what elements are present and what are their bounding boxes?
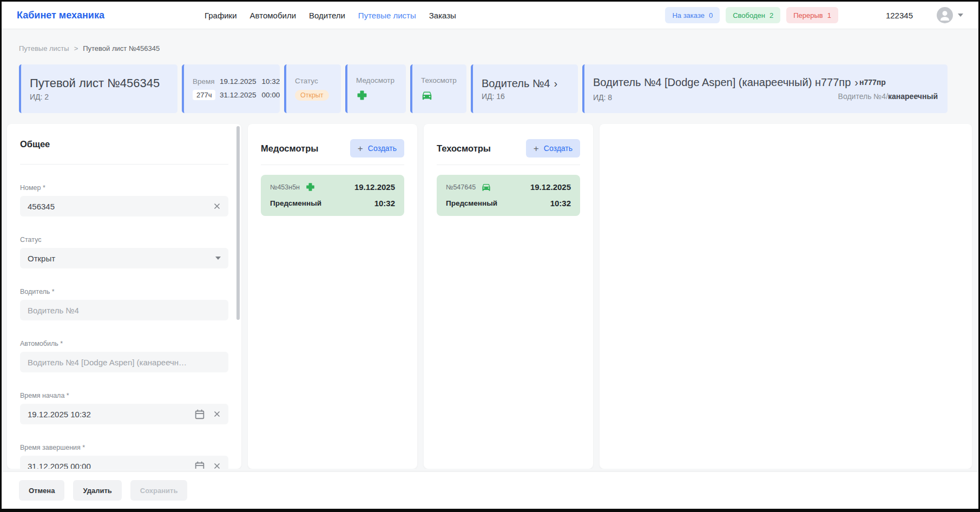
general-form-panel: Общее Номер * Статус Открыт xyxy=(7,124,241,469)
waybill-title: Путевой лист №456345 xyxy=(30,76,168,90)
status-field-group: Статус Открыт xyxy=(20,236,228,268)
nav-item-orders[interactable]: Заказы xyxy=(429,11,456,20)
status-badge-free[interactable]: Свободен 2 xyxy=(726,7,780,23)
divider xyxy=(20,164,228,165)
calendar-icon[interactable] xyxy=(194,408,206,420)
app-window: Кабинет механика Графики Автомобили Води… xyxy=(0,0,980,512)
form-title: Общее xyxy=(20,139,228,149)
status-label: Статус xyxy=(295,77,331,85)
create-tech-inspection-button[interactable]: + Создать xyxy=(526,139,580,157)
tech-inspections-panel: Техосмотры + Создать №547645 19.12.2025 … xyxy=(424,124,593,469)
car-icon xyxy=(421,89,433,101)
med-exam-card: Медосмотр xyxy=(345,64,406,113)
chevron-down-icon xyxy=(215,257,221,260)
form-scrollbar[interactable] xyxy=(236,126,240,320)
driver-input xyxy=(20,300,228,320)
badge-label: Свободен xyxy=(733,11,765,19)
badge-label: Перерыв xyxy=(793,11,823,19)
vehicle-card[interactable]: Водитель №4 [Dodge Aspen] (канареечный) … xyxy=(582,64,948,113)
start-time-label: Время начала * xyxy=(20,392,228,399)
medical-plus-icon xyxy=(356,89,368,101)
time-label: Время xyxy=(193,77,215,86)
cancel-button[interactable]: Отмена xyxy=(19,480,64,501)
waybill-card: Путевой лист №456345 ИД: 2 xyxy=(19,64,177,113)
status-badge-break[interactable]: Перерыв 1 xyxy=(786,7,838,23)
chevron-right-icon: › xyxy=(554,77,557,90)
nav-item-drivers[interactable]: Водители xyxy=(309,11,345,20)
driver-id: ИД: 16 xyxy=(482,92,568,101)
car-icon xyxy=(481,182,491,192)
number-label: Номер * xyxy=(20,184,228,192)
medical-plus-icon xyxy=(305,182,315,192)
driver-name: Водитель №4 xyxy=(482,77,550,90)
start-time-field-group: Время начала * xyxy=(20,392,228,424)
divider xyxy=(437,165,580,165)
number-field-group: Номер * xyxy=(20,184,228,216)
vehicle-field-group: Автомобиль * xyxy=(20,340,228,372)
tech-inspection-card[interactable]: №547645 19.12.2025 Предсменный 10:32 xyxy=(437,175,580,216)
action-bar: Отмена Удалить Сохранить xyxy=(2,472,978,509)
user-id: 122345 xyxy=(886,11,913,20)
breadcrumb-current: Путевой лист №456345 xyxy=(83,44,160,52)
status-field-label: Статус xyxy=(20,236,228,244)
save-button[interactable]: Сохранить xyxy=(130,480,188,501)
calendar-icon[interactable] xyxy=(194,460,206,469)
waybill-id: ИД: 2 xyxy=(30,93,168,101)
person-icon xyxy=(937,7,953,23)
vehicle-plate: н777пр xyxy=(859,78,886,87)
clear-start-time-button[interactable] xyxy=(211,408,223,420)
med-exam-label: Медосмотр xyxy=(356,76,396,84)
user-avatar[interactable] xyxy=(937,7,953,23)
main-nav: Графики Автомобили Водители Путевые лист… xyxy=(205,11,456,20)
med-inspection-card[interactable]: №453н5н 19.12.2025 Предсменный 10:32 xyxy=(261,175,404,216)
end-time-field-group: Время завершения * xyxy=(20,444,228,469)
number-input[interactable] xyxy=(20,196,228,216)
end-datetime: 31.12.202500:00 xyxy=(220,91,280,99)
tech-panel-title: Техосмотры xyxy=(437,143,491,154)
badge-count: 1 xyxy=(827,11,831,19)
tech-inspection-number: №547645 xyxy=(446,183,476,191)
tech-inspection-type: Предсменный xyxy=(446,199,497,207)
nav-item-charts[interactable]: Графики xyxy=(205,11,237,20)
clear-icon xyxy=(212,461,222,469)
status-badge-on-order[interactable]: На заказе 0 xyxy=(665,7,720,23)
plus-icon: + xyxy=(358,144,363,153)
tech-exam-label: Техосмотр xyxy=(421,76,457,84)
clear-end-time-button[interactable] xyxy=(211,460,223,469)
med-inspection-date: 19.12.2025 xyxy=(354,182,395,192)
delete-button[interactable]: Удалить xyxy=(73,480,121,501)
tech-inspection-time: 10:32 xyxy=(550,199,571,208)
nav-item-waybills[interactable]: Путевые листы xyxy=(358,11,416,20)
status-card: Статус Открыт xyxy=(284,64,341,113)
tech-inspection-date: 19.12.2025 xyxy=(530,182,571,192)
med-inspection-number: №453н5н xyxy=(270,183,300,191)
med-inspections-panel: Медосмотры + Создать №453н5н 19.12.2025 … xyxy=(248,124,417,469)
clear-icon xyxy=(212,201,222,211)
tech-exam-card: Техосмотр xyxy=(410,64,466,113)
chevron-right-icon: › xyxy=(854,76,858,89)
empty-panel xyxy=(600,124,972,469)
driver-card[interactable]: Водитель №4 › ИД: 16 xyxy=(471,64,578,113)
clear-number-button[interactable] xyxy=(211,200,223,212)
chevron-down-icon xyxy=(958,14,963,17)
create-med-inspection-button[interactable]: + Создать xyxy=(350,139,404,157)
waybill-summary-row: Путевой лист №456345 ИД: 2 Время 19.12.2… xyxy=(19,64,948,113)
driver-field-label: Водитель * xyxy=(20,288,228,296)
med-inspection-type: Предсменный xyxy=(270,199,321,207)
breadcrumb-separator: > xyxy=(74,44,78,52)
plus-icon: + xyxy=(534,144,539,153)
vehicle-subtitle: Водитель №4/канареечный xyxy=(838,92,938,101)
content-area: Общее Номер * Статус Открыт xyxy=(2,113,978,469)
nav-item-vehicles[interactable]: Автомобили xyxy=(250,11,296,20)
app-title[interactable]: Кабинет механика xyxy=(17,10,104,21)
driver-field-group: Водитель * xyxy=(20,288,228,320)
status-select[interactable]: Открыт xyxy=(20,248,228,268)
account-menu-toggle[interactable] xyxy=(958,14,963,17)
status-badge: Открыт xyxy=(295,90,329,101)
vehicle-id: ИД: 8 xyxy=(593,93,612,102)
start-datetime: 19.12.202510:32 xyxy=(220,77,280,86)
status-select-value: Открыт xyxy=(28,254,55,263)
time-card: Время 19.12.202510:32 277ч 31.12.202500:… xyxy=(182,64,280,113)
duration-chip: 277ч xyxy=(193,90,215,100)
breadcrumb-parent[interactable]: Путевые листы xyxy=(19,44,69,52)
